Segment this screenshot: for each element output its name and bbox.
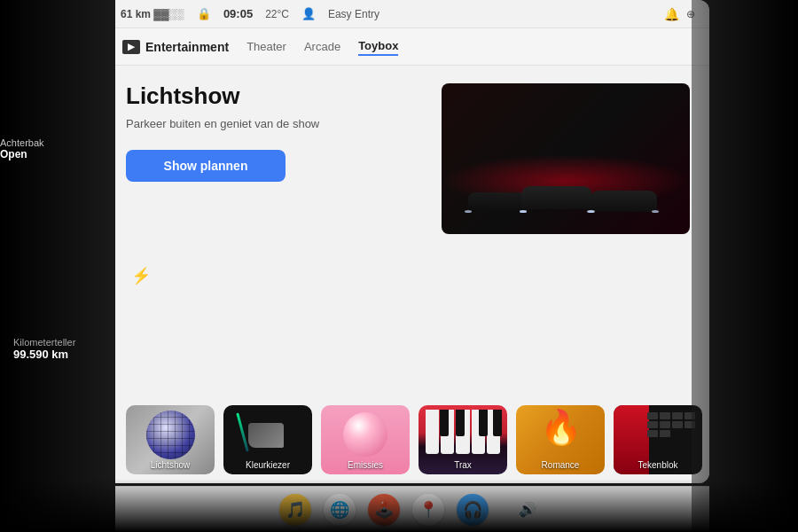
app-label-romance: Romance [516,460,605,470]
car-scene [442,83,690,234]
headlight-2l [520,210,527,213]
app-tile-trax[interactable]: Trax [419,405,507,474]
app-grid: Lichtshow Kleurkiezer Emissies Tr [106,393,709,483]
key-5 [647,421,658,428]
temp-display: 22°C [265,8,289,20]
time-display: 09:05 [223,7,253,20]
black-key-3 [479,410,488,436]
hero-title: Lichtshow [126,83,420,109]
headlight-3l [588,210,595,213]
tab-theater[interactable]: Theater [246,38,286,55]
app-label-trax: Trax [419,460,507,470]
lock-icon: 🔒 [197,7,211,20]
app-label-kleurkiezer: Kleurkiezer [223,460,312,470]
black-key-1 [440,410,449,436]
tab-arcade[interactable]: Arcade [304,38,340,55]
nav-brand-label: Entertainment [145,40,229,54]
notification-icon: 🔔 [664,7,679,21]
car-silhouette-3 [591,191,657,212]
black-key-4 [493,410,502,436]
easy-entry-label: Easy Entry [328,8,379,20]
disco-grid [146,411,195,459]
achterbak-status: Open [0,148,44,160]
piano-keys [426,410,500,454]
status-right-icons: 🔔 ⊕ [664,7,695,21]
km-label: Kilometerteller [13,337,75,348]
achterbak-label: Achterbak [0,137,44,148]
headlight-1l [465,210,472,213]
cursor-shape [248,423,284,448]
main-content: Lichtshow Parkeer buiten en geniet van d… [106,66,709,393]
show-plannen-button[interactable]: Show plannen [126,150,286,182]
bezel-left [0,0,115,532]
key-6 [660,421,670,428]
main-screen: 61 km ▓▓░░ 🔒 09:05 22°C 👤 Easy Entry 🔔 ⊕… [106,0,709,483]
key-9 [647,430,658,437]
pink-ball [343,412,387,457]
hero-image [442,83,690,234]
key-1 [647,412,658,419]
app-tile-tekenblok[interactable]: Tekenblok [614,405,702,474]
hero-text: Lichtshow Parkeer buiten en geniet van d… [126,83,420,375]
nav-bar: ▶ Entertainment Theater Arcade Toybox [106,28,709,66]
car-silhouette-2 [521,186,592,209]
lightning-icon: ⚡ [131,266,151,286]
app-label-emissies: Emissies [321,460,410,470]
flame-icon: 🔥 [516,405,605,444]
headlight-3r [652,210,659,213]
key-10 [660,430,670,437]
disco-ball [146,411,195,459]
black-key-2 [456,410,465,436]
hero-section: Lichtshow Parkeer buiten en geniet van d… [126,83,690,375]
achterbak-info: Achterbak Open [0,137,44,160]
car-silhouette-1 [468,192,526,212]
nav-brand: ▶ Entertainment [122,40,229,54]
status-bar: 61 km ▓▓░░ 🔒 09:05 22°C 👤 Easy Entry 🔔 ⊕ [106,0,709,28]
app-label-lichtshow: Lichtshow [126,460,215,470]
km-value: 99.590 km [13,348,75,361]
white-key-1 [426,410,439,454]
bezel-bottom [0,479,798,532]
kilometerteller-info: Kilometerteller 99.590 km [13,337,75,361]
km-display: 61 km ▓▓░░ [121,8,184,20]
app-tile-lichtshow[interactable]: Lichtshow [126,405,215,474]
tab-toybox[interactable]: Toybox [358,37,398,56]
app-label-tekenblok: Tekenblok [614,460,702,470]
key-7 [672,421,683,428]
key-2 [660,412,670,419]
hero-subtitle: Parkeer buiten en geniet van de show [126,116,420,132]
bezel-right [692,0,798,532]
film-icon: ▶ [122,40,140,54]
key-3 [672,412,683,419]
person-icon: 👤 [301,7,316,20]
laser-beam [236,412,249,451]
app-tile-emissies[interactable]: Emissies [321,405,410,474]
app-tile-kleurkiezer[interactable]: Kleurkiezer [223,405,312,474]
app-tile-romance[interactable]: 🔥 Romance [516,405,605,474]
